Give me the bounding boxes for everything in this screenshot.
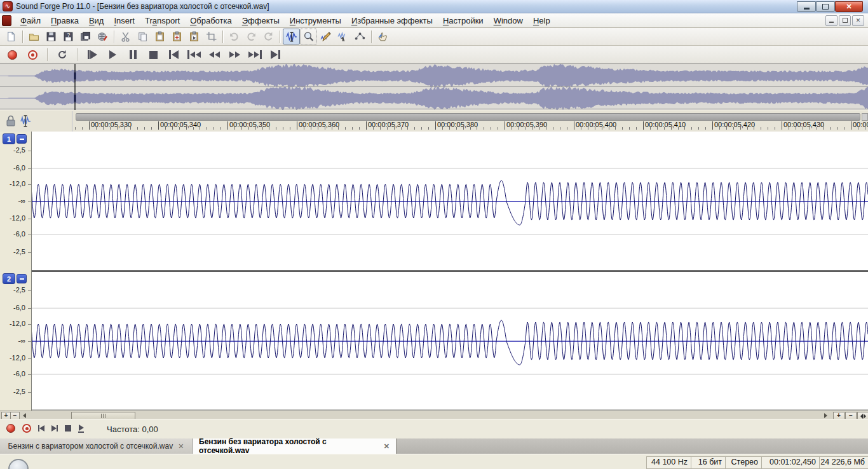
menu-файл[interactable]: Файл [15, 15, 46, 27]
open-button[interactable] [25, 29, 43, 44]
render-as-button[interactable] [94, 29, 111, 44]
status-bit-depth: 16 бит [689, 456, 726, 469]
ruler-minor-tick [567, 127, 567, 130]
rewind-button[interactable] [206, 48, 222, 62]
ruler-minor-tick [622, 127, 623, 130]
pause-button[interactable] [125, 48, 141, 62]
repeat-button[interactable] [260, 29, 277, 44]
waveform-display[interactable]: 1 2 -2,5-6,0-12,0-∞-12,0-6,0-2,5-2,5-6,0… [0, 132, 868, 411]
window-controls: ✕ [797, 1, 868, 12]
document-icon[interactable] [2, 15, 11, 26]
ruler-minor-tick [276, 127, 276, 130]
menu-инструменты[interactable]: Инструменты [285, 15, 346, 27]
menu-правка[interactable]: Правка [46, 15, 84, 27]
play-button[interactable] [104, 48, 121, 62]
paste-to-new-button[interactable] [186, 29, 203, 44]
db-label: -6,0 [13, 370, 25, 377]
document-tab-1[interactable]: Бензин с вариатором холостой с отсечкой.… [0, 438, 193, 454]
playbar-record-button[interactable] [6, 424, 15, 433]
arm-record-button[interactable] [24, 48, 41, 62]
menu-обработка[interactable]: Обработка [185, 15, 237, 27]
envelope-tool-icon [355, 31, 365, 42]
playbar-go-to-end-button[interactable] [51, 425, 58, 432]
save-as-button[interactable]: ? [60, 29, 77, 44]
forward-icon [235, 51, 240, 58]
title-bar: ∿ Sound Forge Pro 11.0 - [Бензин без вар… [0, 0, 868, 13]
ruler-time-label: 00:00:05,360 [299, 121, 339, 128]
loop-playback-button[interactable] [54, 48, 71, 62]
mdi-restore-button[interactable] [839, 15, 851, 26]
channel-2-badge[interactable]: 2 [3, 273, 15, 284]
edit-tool-button[interactable] [283, 29, 300, 44]
db-tick [28, 341, 31, 342]
paste-special-button[interactable] [168, 29, 186, 44]
copy-button[interactable] [134, 29, 151, 44]
menu-help[interactable]: Help [528, 15, 555, 27]
menu-избранные-эффекты[interactable]: Избранные эффекты [346, 15, 438, 27]
record-button[interactable] [4, 48, 20, 62]
save-button[interactable] [43, 29, 60, 44]
ruler-minor-tick [775, 127, 775, 130]
playbar-stop-button[interactable] [65, 425, 71, 432]
go-to-start-button[interactable] [165, 48, 182, 62]
close-button[interactable]: ✕ [835, 1, 863, 12]
frequency-readout: Частота: 0,00 [107, 425, 158, 434]
next-marker-button[interactable] [247, 48, 263, 62]
mdi-close-button[interactable]: ✕ [852, 15, 864, 26]
channel-2-minimize-button[interactable] [17, 274, 27, 283]
menu-эффекты[interactable]: Эффекты [237, 15, 285, 27]
channel-1-minimize-button[interactable] [17, 134, 27, 144]
stop-button[interactable] [145, 48, 161, 62]
scroll-left-arrow[interactable] [23, 413, 26, 418]
record-icon [8, 50, 17, 60]
tab-close-icon[interactable]: ✕ [178, 442, 184, 451]
previous-marker-button[interactable] [186, 48, 202, 62]
trim-button[interactable] [203, 29, 220, 44]
hand-tool-button[interactable] [374, 29, 391, 44]
event-tool-button[interactable] [334, 29, 351, 44]
document-tab-2[interactable]: Бензин без вариатора холостой с отсечкой… [193, 438, 397, 454]
ruler-time-label: 00:00:05,330 [91, 121, 132, 128]
menu-bar: ФайлПравкаВидInsertTransportОбработкаЭфф… [0, 13, 868, 28]
ruler-time-label: 00:00:05,380 [437, 121, 478, 128]
save-all-icon [80, 31, 91, 42]
ruler-time-label: 00:00:05,410 [645, 121, 686, 128]
ruler-major-tick [643, 121, 644, 130]
playbar-go-to-start-button[interactable] [38, 425, 44, 432]
time-ruler[interactable]: 00:00:05,33000:00:05,34000:00:05,35000:0… [0, 111, 868, 132]
app-icon[interactable]: ∿ [3, 1, 13, 11]
menu-настройки[interactable]: Настройки [438, 15, 489, 27]
go-to-end-button[interactable] [267, 48, 283, 62]
menu-вид[interactable]: Вид [84, 15, 109, 27]
channel-1-badge[interactable]: 1 [3, 133, 15, 144]
new-button[interactable] [3, 29, 20, 44]
cut-button[interactable] [117, 29, 134, 44]
db-label: -∞ [18, 337, 25, 344]
stop-icon [149, 51, 158, 59]
menu-transport[interactable]: Transport [140, 15, 185, 27]
redo-button[interactable] [243, 29, 260, 44]
save-all-button[interactable] [77, 29, 94, 44]
db-label: -6,0 [13, 164, 25, 172]
ruler-major-tick [712, 121, 713, 130]
mdi-minimize-button[interactable] [825, 15, 837, 26]
magnify-tool-button[interactable] [300, 29, 317, 44]
hand-icon [377, 31, 388, 42]
minimize-button[interactable] [797, 1, 816, 12]
overview-waveform[interactable] [0, 64, 868, 110]
forward-button[interactable] [226, 48, 243, 62]
play-all-button[interactable] [84, 48, 100, 62]
scroll-right-arrow[interactable] [824, 413, 827, 418]
pencil-tool-button[interactable] [317, 29, 334, 44]
tab-close-icon[interactable]: ✕ [384, 442, 390, 451]
undo-button[interactable] [226, 29, 243, 44]
envelope-tool-button[interactable] [351, 29, 369, 44]
menu-window[interactable]: Window [489, 15, 528, 27]
menu-insert[interactable]: Insert [109, 15, 140, 27]
playbar-play-all-button[interactable] [78, 425, 84, 433]
paste-button[interactable] [151, 29, 168, 44]
db-label: -2,5 [13, 248, 25, 255]
playbar-arm-record-button[interactable] [22, 424, 31, 433]
arm-record-icon [28, 50, 37, 60]
restore-button[interactable] [816, 1, 835, 12]
